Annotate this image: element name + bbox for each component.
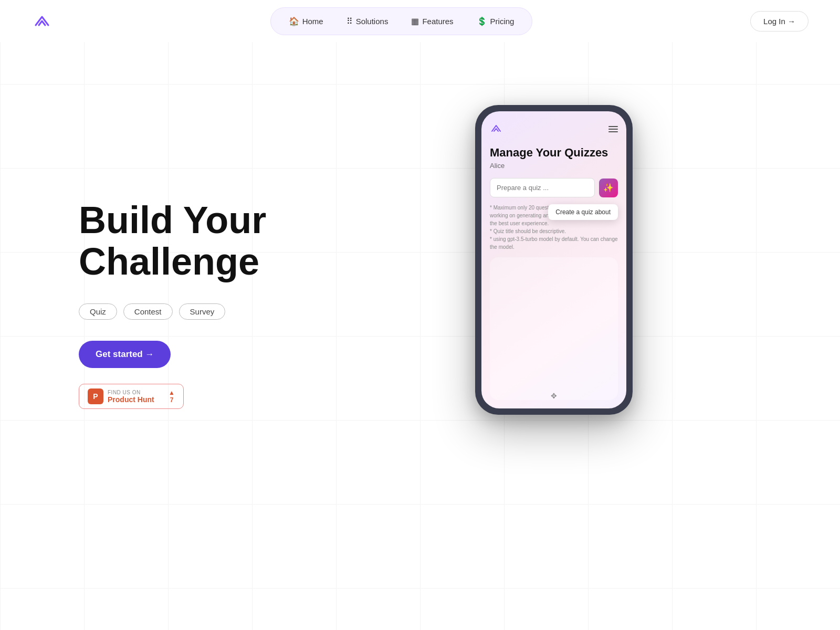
main-content: Build Your Challenge Quiz Contest Survey… xyxy=(0,42,840,630)
nav-menu: 🏠 Home ⠿ Solutions ▦ Features 💲 Pricing xyxy=(270,7,533,35)
phone-outer-shell: Manage Your Quizzes Alice ✨ Create a qui… xyxy=(475,105,633,415)
phone-menu-icon xyxy=(608,126,618,132)
resize-icon: ✥ xyxy=(551,392,557,400)
nav-item-solutions[interactable]: ⠿ Solutions xyxy=(337,12,398,30)
solutions-icon: ⠿ xyxy=(346,16,353,26)
ph-find-label: FIND US ON xyxy=(108,390,154,395)
menu-line-3 xyxy=(608,131,618,132)
phone-user-name: Alice xyxy=(490,162,618,170)
features-icon: ▦ xyxy=(411,16,419,26)
create-quiz-tooltip: Create a quiz about xyxy=(548,204,618,220)
phone-content-area xyxy=(490,257,618,400)
login-button[interactable]: Log In → xyxy=(750,11,808,32)
ph-name: Product Hunt xyxy=(108,395,154,404)
phone-ai-button[interactable]: ✨ xyxy=(599,178,618,197)
menu-line-1 xyxy=(608,126,618,127)
navbar: 🏠 Home ⠿ Solutions ▦ Features 💲 Pricing … xyxy=(0,0,840,42)
phone-content: Manage Your Quizzes Alice ✨ Create a qui… xyxy=(481,111,626,408)
product-hunt-badge[interactable]: P FIND US ON Product Hunt ▲ 7 xyxy=(79,384,184,409)
get-started-button[interactable]: Get started → xyxy=(79,341,171,368)
nav-item-pricing[interactable]: 💲 Pricing xyxy=(467,12,524,30)
ai-sparkle-icon: ✨ xyxy=(603,183,614,193)
nav-pricing-label: Pricing xyxy=(490,17,514,26)
product-hunt-text: FIND US ON Product Hunt xyxy=(108,390,154,404)
nav-home-label: Home xyxy=(302,17,323,26)
phone-screen: Manage Your Quizzes Alice ✨ Create a qui… xyxy=(481,111,626,408)
phone-quiz-input[interactable] xyxy=(490,178,595,197)
ph-vote-count: 7 xyxy=(170,396,174,404)
hero-title: Build Your Challenge xyxy=(79,200,331,282)
ph-upvote-icon: ▲ xyxy=(169,389,175,396)
menu-line-2 xyxy=(608,129,618,130)
nav-item-features[interactable]: ▦ Features xyxy=(402,12,463,30)
phone-search-area: ✨ Create a quiz about xyxy=(490,178,618,197)
logo[interactable] xyxy=(32,10,52,32)
phone-mockup: Manage Your Quizzes Alice ✨ Create a qui… xyxy=(475,105,633,420)
phone-screen-title: Manage Your Quizzes xyxy=(490,146,618,160)
nav-features-label: Features xyxy=(422,17,453,26)
phone-showcase: Manage Your Quizzes Alice ✨ Create a qui… xyxy=(331,84,777,420)
phone-app-header xyxy=(490,122,618,136)
home-icon: 🏠 xyxy=(289,16,299,26)
product-hunt-logo: P xyxy=(88,388,103,404)
tag-contest[interactable]: Contest xyxy=(123,303,173,320)
hero-section: Build Your Challenge Quiz Contest Survey… xyxy=(79,84,331,409)
tag-quiz[interactable]: Quiz xyxy=(79,303,117,320)
nav-item-home[interactable]: 🏠 Home xyxy=(279,12,333,30)
phone-bottom-bar: ✥ xyxy=(551,392,557,400)
hero-title-line1: Build Your xyxy=(79,199,266,241)
tag-list: Quiz Contest Survey xyxy=(79,303,331,320)
nav-solutions-label: Solutions xyxy=(356,17,388,26)
hero-title-line2: Challenge xyxy=(79,240,259,282)
ph-votes: ▲ 7 xyxy=(169,389,175,404)
pricing-icon: 💲 xyxy=(477,16,487,26)
phone-app-logo xyxy=(490,122,502,136)
tag-survey[interactable]: Survey xyxy=(179,303,226,320)
